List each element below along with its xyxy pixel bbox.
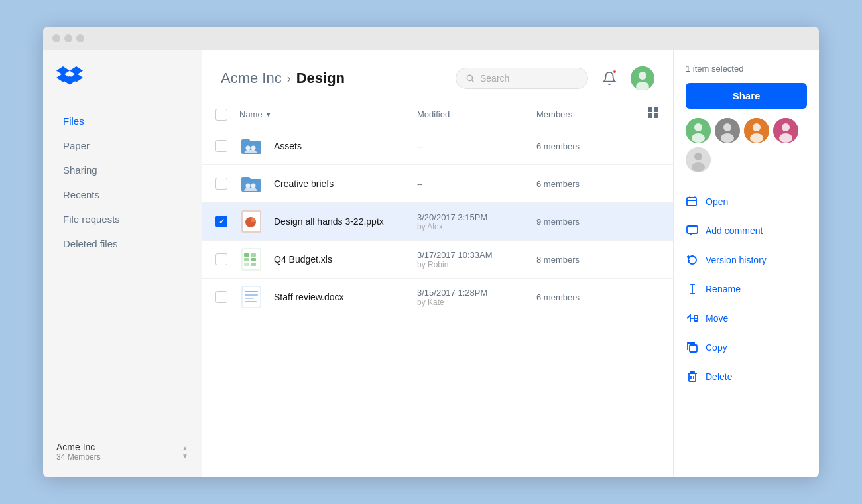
comment-icon: [686, 225, 699, 237]
row-name: Assets: [239, 134, 417, 158]
action-copy[interactable]: Copy: [686, 338, 807, 357]
row-modified: --: [417, 179, 536, 189]
search-icon: [465, 74, 475, 83]
row-checkbox[interactable]: [216, 291, 227, 303]
action-add-comment[interactable]: Add comment: [686, 221, 807, 241]
row-members: 6 members: [536, 291, 636, 303]
svg-point-9: [639, 72, 646, 80]
header-view-toggle[interactable]: [636, 107, 660, 121]
row-checkbox[interactable]: [216, 253, 227, 265]
table-row[interactable]: Assets -- 6 members: [202, 127, 673, 165]
action-add-comment-label: Add comment: [706, 225, 763, 236]
sidebar-item-deleted-files[interactable]: Deleted files: [56, 233, 188, 255]
content-area: Acme Inc › Design Search: [202, 50, 673, 477]
svg-point-38: [694, 123, 702, 131]
action-move[interactable]: Move: [686, 308, 807, 328]
svg-rect-52: [687, 198, 696, 206]
svg-point-51: [692, 162, 705, 172]
svg-rect-35: [245, 298, 254, 299]
avatar-image: [631, 66, 654, 90]
svg-point-50: [694, 153, 702, 160]
table-row[interactable]: Design all hands 3-22.pptx 3/20/2017 3:1…: [202, 203, 673, 241]
row-members: 6 members: [536, 140, 636, 152]
action-open[interactable]: Open: [686, 192, 807, 212]
svg-point-45: [750, 133, 763, 143]
svg-point-44: [753, 123, 761, 131]
sidebar-nav: Files Paper Sharing Recents File request…: [56, 110, 188, 432]
member-avatar: [744, 118, 769, 143]
action-rename-label: Rename: [706, 284, 741, 294]
svg-rect-53: [687, 226, 698, 233]
sidebar-item-recents[interactable]: Recents: [56, 184, 188, 206]
sidebar-footer: Acme Inc 34 Members ▲ ▼: [56, 432, 188, 462]
member-avatar: [773, 118, 798, 143]
row-name: Q4 Budget.xls: [239, 247, 417, 271]
row-checkbox[interactable]: [216, 140, 227, 152]
table-row[interactable]: Q4 Budget.xls 3/17/2017 10:33AM by Robin…: [202, 241, 673, 279]
svg-rect-26: [251, 253, 256, 257]
org-name: Acme Inc: [56, 442, 101, 452]
user-avatar[interactable]: [631, 66, 654, 90]
header-name-col[interactable]: Name ▼: [239, 109, 417, 119]
sidebar-item-files[interactable]: Files: [56, 110, 188, 132]
header-modified-col: Modified: [417, 109, 536, 119]
member-avatar: [686, 147, 711, 172]
folder-icon: [239, 134, 263, 158]
svg-point-17: [246, 184, 251, 188]
table-row[interactable]: Staff review.docx 3/15/2017 1:28PM by Ka…: [202, 279, 673, 316]
action-delete[interactable]: Delete: [686, 367, 807, 387]
row-modified: --: [417, 141, 536, 151]
row-checkbox[interactable]: [216, 178, 227, 190]
open-icon: [686, 196, 699, 208]
svg-line-7: [472, 80, 474, 82]
svg-rect-59: [690, 345, 697, 352]
right-panel: 1 item selected Share: [673, 50, 819, 477]
panel-divider: [686, 182, 807, 182]
row-check: [216, 178, 239, 190]
svg-rect-34: [245, 294, 258, 296]
header-actions: Search: [456, 66, 654, 90]
action-rename[interactable]: Rename: [686, 279, 807, 299]
delete-icon: [686, 371, 699, 383]
minimize-dot[interactable]: [64, 34, 72, 42]
sort-arrow: ▼: [265, 111, 272, 118]
history-icon: [686, 254, 699, 266]
sidebar-item-file-requests[interactable]: File requests: [56, 208, 188, 230]
breadcrumb-parent: Acme Inc: [221, 70, 282, 87]
members-count: 34 Members: [56, 452, 101, 462]
svg-rect-27: [244, 258, 249, 261]
row-name: Creative briefs: [239, 172, 417, 196]
sidebar: Files Paper Sharing Recents File request…: [43, 50, 202, 477]
docx-icon: [239, 285, 263, 309]
maximize-dot[interactable]: [76, 34, 84, 42]
member-avatar: [686, 118, 711, 143]
powerpoint-file-icon: [241, 210, 261, 233]
dropbox-logo-icon: [56, 66, 83, 89]
select-all-checkbox[interactable]: [216, 109, 227, 121]
share-button[interactable]: Share: [686, 83, 807, 109]
row-members: 6 members: [536, 178, 636, 190]
svg-rect-60: [689, 373, 696, 381]
svg-rect-11: [648, 107, 652, 112]
row-checkbox[interactable]: [216, 216, 227, 227]
move-icon: [686, 312, 699, 324]
sidebar-item-sharing[interactable]: Sharing: [56, 159, 188, 181]
svg-point-16: [251, 146, 256, 151]
sidebar-item-paper[interactable]: Paper: [56, 135, 188, 157]
file-name: Staff review.docx: [274, 292, 344, 302]
row-check: [216, 216, 239, 227]
svg-rect-36: [245, 301, 257, 302]
row-check: [216, 140, 239, 152]
org-switcher[interactable]: ▲ ▼: [182, 444, 188, 460]
svg-point-47: [782, 123, 790, 131]
excel-file-icon: [241, 248, 261, 271]
table-row[interactable]: Creative briefs -- 6 members: [202, 165, 673, 203]
row-modified: 3/15/2017 1:28PM by Kate: [417, 288, 536, 307]
search-box[interactable]: Search: [456, 68, 588, 89]
action-version-history[interactable]: Version history: [686, 250, 807, 270]
svg-point-42: [721, 133, 734, 143]
header-members-col: Members: [536, 109, 636, 119]
close-dot[interactable]: [52, 34, 60, 42]
svg-point-18: [251, 184, 256, 188]
notification-button[interactable]: [597, 66, 621, 90]
